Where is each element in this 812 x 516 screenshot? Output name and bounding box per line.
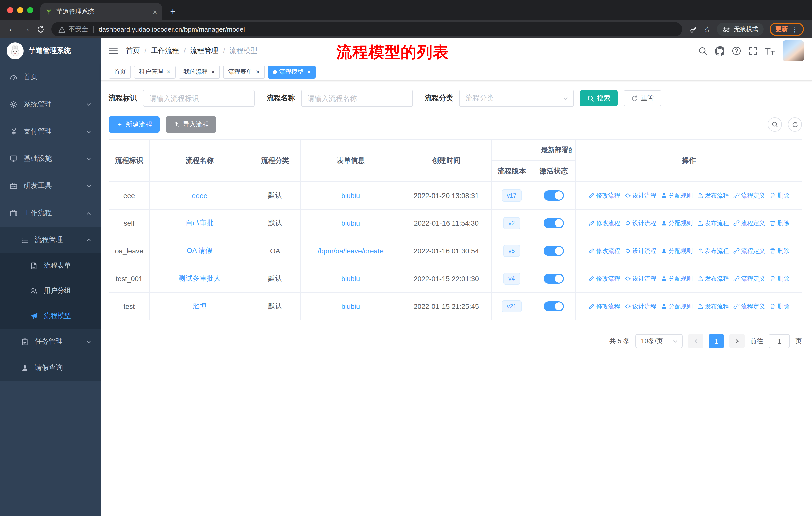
op-edit-link[interactable]: 修改流程 <box>588 302 620 311</box>
version-tag[interactable]: v21 <box>502 300 522 313</box>
sidebar-item-process-model[interactable]: 流程模型 <box>0 303 101 329</box>
op-definition-link[interactable]: 流程定义 <box>733 302 765 311</box>
security-chip[interactable]: 不安全 <box>58 25 88 34</box>
new-tab-button[interactable]: + <box>170 6 176 17</box>
browser-tab[interactable]: 芋道管理系统 × <box>40 3 162 20</box>
hamburger-icon[interactable] <box>109 47 118 55</box>
op-assign-link[interactable]: 分配规则 <box>661 219 693 227</box>
tag-close-icon[interactable]: × <box>307 69 311 75</box>
op-assign-link[interactable]: 分配规则 <box>661 247 693 255</box>
sidebar-logo-row[interactable]: 芋道管理系统 <box>0 38 101 63</box>
tag-tenant-mgmt[interactable]: 租户管理× <box>134 65 175 78</box>
import-process-button[interactable]: 导入流程 <box>166 116 216 133</box>
sidebar-item-system-mgmt[interactable]: 系统管理 <box>0 91 101 118</box>
op-definition-link[interactable]: 流程定义 <box>733 247 765 255</box>
help-icon[interactable] <box>732 46 741 55</box>
op-edit-link[interactable]: 修改流程 <box>588 247 620 255</box>
process-name-link[interactable]: 测试多审批人 <box>178 274 221 282</box>
tag-process-form[interactable]: 流程表单× <box>223 65 265 78</box>
op-edit-link[interactable]: 修改流程 <box>588 219 620 227</box>
status-toggle[interactable] <box>544 301 564 311</box>
tag-my-process[interactable]: 我的流程× <box>178 65 220 78</box>
prev-page-button[interactable] <box>688 334 703 348</box>
password-key-icon[interactable] <box>689 25 697 33</box>
goto-page-input[interactable] <box>769 334 790 348</box>
back-button[interactable]: ← <box>5 22 19 36</box>
process-name-link[interactable]: 滔博 <box>193 302 207 310</box>
op-assign-link[interactable]: 分配规则 <box>661 302 693 311</box>
window-minimize-button[interactable] <box>17 7 23 13</box>
filter-name-input[interactable] <box>301 90 413 107</box>
fullscreen-icon[interactable] <box>749 46 758 55</box>
status-toggle[interactable] <box>544 218 564 228</box>
op-publish-link[interactable]: 发布流程 <box>697 219 729 227</box>
process-name-link[interactable]: eeee <box>192 191 207 199</box>
sidebar-item-leave-query[interactable]: 请假查询 <box>0 355 101 381</box>
update-button[interactable]: 更新 ⋮ <box>770 23 804 36</box>
tag-close-icon[interactable]: × <box>256 69 260 75</box>
reset-button[interactable]: 重置 <box>624 90 662 106</box>
window-zoom-button[interactable] <box>27 7 33 13</box>
page-size-select[interactable]: 10条/页 <box>635 334 683 348</box>
op-delete-link[interactable]: 删除 <box>770 191 789 200</box>
op-edit-link[interactable]: 修改流程 <box>588 274 620 283</box>
op-design-link[interactable]: 设计流程 <box>625 219 657 227</box>
process-name-link[interactable]: OA 请假 <box>187 246 213 254</box>
status-toggle[interactable] <box>544 190 564 200</box>
op-design-link[interactable]: 设计流程 <box>625 274 657 283</box>
op-delete-link[interactable]: 删除 <box>770 302 789 311</box>
github-icon[interactable] <box>715 46 724 56</box>
op-design-link[interactable]: 设计流程 <box>625 302 657 311</box>
version-tag[interactable]: v2 <box>503 217 520 229</box>
sidebar-item-process-form[interactable]: 流程表单 <box>0 253 101 278</box>
filter-category-select[interactable]: 流程分类 <box>459 90 574 107</box>
page-1-button[interactable]: 1 <box>709 334 724 348</box>
tag-close-icon[interactable]: × <box>211 69 215 75</box>
sidebar-item-payment-mgmt[interactable]: 支付管理 <box>0 118 101 145</box>
tag-close-icon[interactable]: × <box>167 69 170 75</box>
search-button[interactable]: 搜索 <box>580 90 618 106</box>
op-delete-link[interactable]: 删除 <box>770 274 789 283</box>
search-icon[interactable] <box>698 46 707 55</box>
next-page-button[interactable] <box>729 334 745 348</box>
refresh-table-button[interactable] <box>788 117 802 132</box>
op-definition-link[interactable]: 流程定义 <box>733 274 765 283</box>
op-publish-link[interactable]: 发布流程 <box>697 274 729 283</box>
sidebar-item-user-group[interactable]: 用户分组 <box>0 278 101 303</box>
status-toggle[interactable] <box>544 274 564 284</box>
breadcrumb-item[interactable]: 首页 <box>126 46 140 55</box>
form-info-link[interactable]: biubiu <box>341 275 360 283</box>
op-delete-link[interactable]: 删除 <box>770 219 789 227</box>
sidebar-item-infrastructure[interactable]: 基础设施 <box>0 145 101 172</box>
font-size-icon[interactable] <box>765 47 775 55</box>
op-assign-link[interactable]: 分配规则 <box>661 191 693 200</box>
op-publish-link[interactable]: 发布流程 <box>697 191 729 200</box>
version-tag[interactable]: v4 <box>503 273 520 285</box>
bookmark-star-icon[interactable]: ☆ <box>703 24 711 34</box>
breadcrumb-item[interactable]: 工作流程 <box>151 46 179 55</box>
forward-button[interactable]: → <box>19 22 33 36</box>
browser-menu-dots-icon[interactable]: ⋮ <box>791 25 799 33</box>
op-design-link[interactable]: 设计流程 <box>625 247 657 255</box>
toggle-search-button[interactable] <box>768 117 782 132</box>
window-close-button[interactable] <box>7 7 13 13</box>
user-avatar[interactable] <box>783 40 804 61</box>
process-name-link[interactable]: 自己审批 <box>185 219 214 227</box>
form-info-link[interactable]: biubiu <box>341 302 360 310</box>
address-bar[interactable]: 不安全 dashboard.yudao.iocoder.cn/bpm/manag… <box>51 22 682 36</box>
status-toggle[interactable] <box>544 246 564 256</box>
tag-process-model[interactable]: 流程模型× <box>268 65 316 78</box>
sidebar-item-home[interactable]: 首页 <box>0 63 101 91</box>
op-definition-link[interactable]: 流程定义 <box>733 191 765 200</box>
sidebar-item-process-mgmt[interactable]: 流程管理 <box>0 227 101 253</box>
tag-home[interactable]: 首页 <box>109 65 131 78</box>
breadcrumb-item[interactable]: 流程管理 <box>190 46 219 55</box>
sidebar-item-workflow[interactable]: 工作流程 <box>0 199 101 227</box>
filter-id-input[interactable] <box>143 90 255 107</box>
op-delete-link[interactable]: 删除 <box>770 247 789 255</box>
op-assign-link[interactable]: 分配规则 <box>661 274 693 283</box>
sidebar-item-dev-tools[interactable]: 研发工具 <box>0 172 101 199</box>
op-edit-link[interactable]: 修改流程 <box>588 191 620 200</box>
op-publish-link[interactable]: 发布流程 <box>697 302 729 311</box>
create-process-button[interactable]: ＋ 新建流程 <box>109 116 160 133</box>
